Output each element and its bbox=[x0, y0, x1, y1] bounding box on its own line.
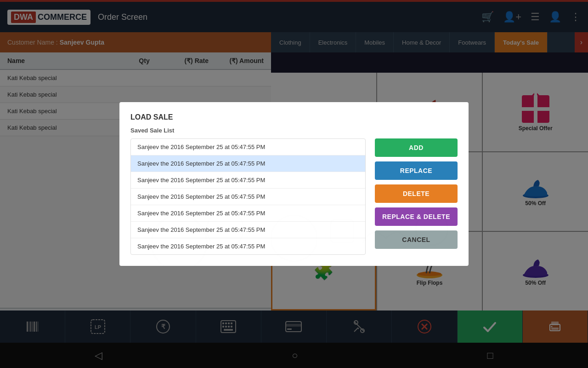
list-item[interactable]: Sanjeev the 2016 September 25 at 05:47:5… bbox=[131, 189, 365, 205]
modal-title: LOAD SALE bbox=[130, 113, 458, 121]
replace-delete-button[interactable]: REPLACE & DELETE bbox=[375, 207, 458, 226]
modal-subtitle: Saved Sale List bbox=[130, 127, 458, 134]
list-item[interactable]: Sanjeev the 2016 September 25 at 05:47:5… bbox=[131, 172, 365, 189]
modal-overlay: LOAD SALE Saved Sale List Sanjeev the 20… bbox=[0, 0, 588, 368]
delete-button[interactable]: DELETE bbox=[375, 184, 458, 203]
replace-button[interactable]: REPLACE bbox=[375, 161, 458, 180]
sale-list: Sanjeev the 2016 September 25 at 05:47:5… bbox=[130, 138, 366, 255]
add-button[interactable]: ADD bbox=[375, 138, 458, 157]
load-sale-modal: LOAD SALE Saved Sale List Sanjeev the 20… bbox=[119, 102, 469, 266]
list-item[interactable]: Sanjeev the 2016 September 25 at 05:47:5… bbox=[131, 238, 365, 254]
cancel-button[interactable]: CANCEL bbox=[375, 230, 458, 249]
modal-body: Sanjeev the 2016 September 25 at 05:47:5… bbox=[130, 138, 458, 255]
list-item[interactable]: Sanjeev the 2016 September 25 at 05:47:5… bbox=[131, 139, 365, 155]
modal-actions: ADD REPLACE DELETE REPLACE & DELETE CANC… bbox=[375, 138, 458, 255]
list-item[interactable]: Sanjeev the 2016 September 25 at 05:47:5… bbox=[131, 222, 365, 238]
list-item[interactable]: Sanjeev the 2016 September 25 at 05:47:5… bbox=[131, 205, 365, 222]
list-item[interactable]: Sanjeev the 2016 September 25 at 05:47:5… bbox=[131, 155, 365, 172]
